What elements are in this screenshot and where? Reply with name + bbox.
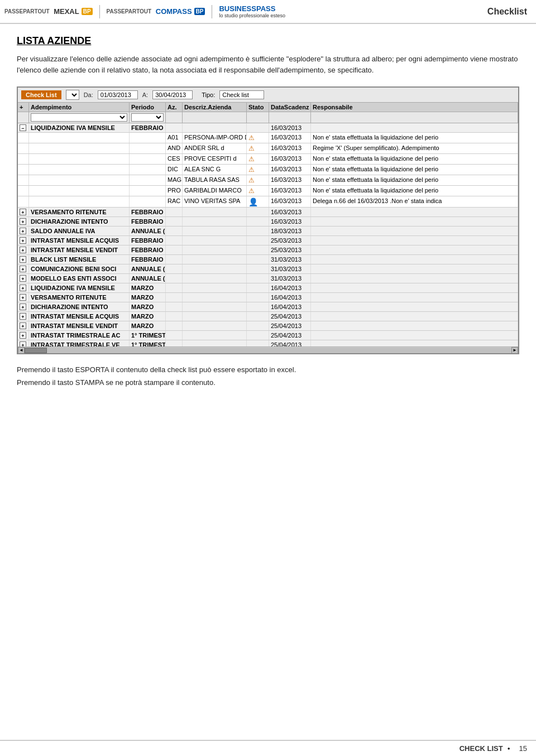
row-az [166,208,183,216]
row-descr [183,227,247,235]
table-row: +INTRASTAT MENSILE ACQUISMARZO25/04/2013 [18,312,518,321]
filter-adempimento[interactable] [29,112,130,123]
scrollbar-thumb[interactable] [25,348,47,353]
row-scadenza: 16/03/2013 [269,133,311,143]
row-expand[interactable]: + [18,274,29,283]
row-expand[interactable]: + [18,236,29,245]
a-date-input[interactable] [152,90,193,99]
logo-divider2 [212,5,212,18]
row-az [166,245,183,254]
row-expand[interactable]: + [18,302,29,311]
row-adempimento: LIQUIDAZIONE IVA MENSILE [29,283,130,292]
row-az: MAG [166,175,183,185]
row-az: CES [166,154,183,164]
row-az [166,123,183,132]
row-expand[interactable]: − [18,123,29,132]
row-periodo: ANNUALE (2 [130,227,166,235]
row-scadenza: 16/03/2013 [269,196,311,207]
row-expand[interactable]: + [18,321,29,330]
row-expand[interactable]: + [18,331,29,340]
row-az [166,227,183,235]
row-expand[interactable]: + [18,255,29,264]
row-periodo: ANNUALE (2 [130,274,166,283]
row-expand[interactable]: + [18,293,29,302]
row-expand [18,154,29,164]
page-header: PASSEPARTOUT MEXAL BP PASSEPARTOUT COMPA… [0,0,536,24]
content-area: LISTA AZIENDE Per visualizzare l'elenco … [0,24,536,402]
row-expand[interactable]: + [18,340,29,346]
da-date-input[interactable] [98,90,138,99]
checklist-button[interactable]: Check List [21,90,61,99]
row-az [166,255,183,264]
row-adempimento: VERSAMENTO RITENUTE [29,208,130,216]
row-az: A01 [166,133,183,143]
row-az [166,331,183,340]
row-scadenza: 25/04/2013 [269,331,311,340]
row-expand[interactable]: + [18,227,29,235]
row-periodo: FEBBRAIO [130,255,166,264]
row-scadenza: 16/04/2013 [269,302,311,311]
row-stato [247,227,269,235]
horizontal-scrollbar[interactable]: ◄ ► [18,346,518,353]
page-footer: CHECK LIST ● 15 [0,740,536,756]
col-plus: + [18,103,29,112]
row-scadenza: 25/03/2013 [269,245,311,254]
row-periodo: MARZO [130,293,166,302]
row-descr [183,208,247,216]
col-stato: Stato [247,103,269,112]
table-row: +SALDO ANNUALE IVAANNUALE (218/03/2013 [18,227,518,236]
row-descr [183,217,247,226]
toolbar-dropdown[interactable]: ▼ [66,90,79,100]
row-scadenza: 16/03/2013 [269,123,311,132]
row-adempimento: BLACK LIST MENSILE [29,255,130,264]
row-scadenza: 16/03/2013 [269,186,311,196]
page-title: Checklist [487,7,527,17]
scrollbar-track[interactable] [25,348,511,353]
row-responsabile: Non e' stata effettuata la liquidazione … [311,175,518,185]
row-scadenza: 25/03/2013 [269,236,311,245]
row-expand[interactable]: + [18,217,29,226]
row-expand[interactable]: + [18,312,29,321]
row-adempimento [29,133,130,143]
row-adempimento: INTRASTAT MENSILE VENDIT [29,321,130,330]
row-expand[interactable]: + [18,283,29,292]
table-row: CESPROVE CESPITI d⚠16/03/2013Non e' stat… [18,154,518,165]
row-az [166,274,183,283]
row-responsabile [311,274,518,283]
row-descr [183,312,247,321]
row-responsabile [311,312,518,321]
row-stato [247,302,269,311]
row-periodo: MARZO [130,283,166,292]
row-responsabile [311,264,518,273]
row-expand[interactable]: + [18,264,29,273]
row-adempimento: COMUNICAZIONE BENI SOCI [29,264,130,273]
row-adempimento: MODELLO EAS ENTI ASSOCI [29,274,130,283]
row-az [166,283,183,292]
row-expand [18,143,29,153]
table-row: +VERSAMENTO RITENUTEMARZO16/04/2013 [18,293,518,302]
row-responsabile [311,236,518,245]
row-descr: PROVE CESPITI d [183,154,247,164]
table-data-rows: −LIQUIDAZIONE IVA MENSILEFEBBRAIO16/03/2… [18,123,518,346]
da-label: Da: [84,92,93,98]
row-scadenza: 25/04/2013 [269,321,311,330]
row-responsabile: Non e' stata effettuata la liquidazione … [311,133,518,143]
stampa-text: Premendo il tasto STAMPA se ne potrà sta… [17,378,519,387]
col-periodo: Periodo [130,103,166,112]
businesspass-logo: BUSINESSPASS lo studio professionale est… [219,4,285,18]
row-descr [183,274,247,283]
table-row: +INTRASTAT TRIMESTRALE VE1° TRIMEST25/04… [18,340,518,346]
tipo-input[interactable] [219,90,264,99]
filter-plus [18,112,29,123]
row-expand[interactable]: + [18,208,29,216]
row-adempimento [29,165,130,175]
scroll-right-arrow[interactable]: ► [511,347,518,354]
row-az [166,321,183,330]
table-row: +INTRASTAT MENSILE VENDITFEBBRAIO25/03/2… [18,245,518,255]
row-expand[interactable]: + [18,245,29,254]
row-periodo: 1° TRIMEST [130,340,166,346]
row-adempimento [29,196,130,207]
scroll-left-arrow[interactable]: ◄ [18,347,25,354]
filter-periodo[interactable] [130,112,166,123]
table-row: MAGTABULA RASA SAS⚠16/03/2013Non e' stat… [18,175,518,186]
